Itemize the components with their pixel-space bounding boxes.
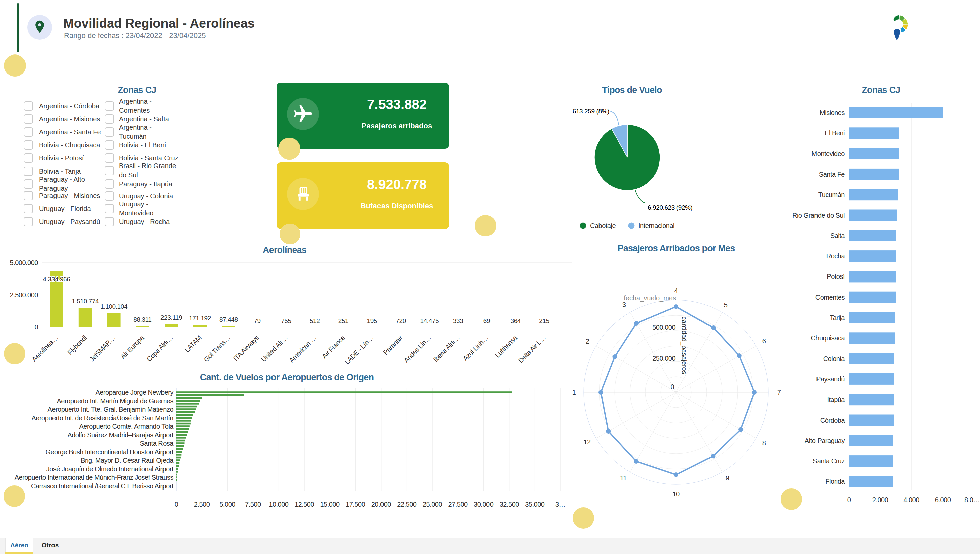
svg-text:Tarija: Tarija [830,314,845,321]
svg-text:14.475: 14.475 [420,317,439,324]
svg-text:3: 3 [622,301,626,308]
svg-text:32.500: 32.500 [500,500,519,508]
svg-text:8.0…: 8.0… [964,496,980,503]
svg-text:Flybondi: Flybondi [66,334,88,356]
svg-text:2: 2 [586,337,589,345]
svg-text:LATAM: LATAM [183,334,203,354]
svg-text:José Joaquín de Olmedo Interna: José Joaquín de Olmedo International Air… [46,465,173,473]
svg-text:15.000: 15.000 [320,500,340,508]
svg-text:Aeropuerto Int. de Resistencia: Aeropuerto Int. de Resistencia/José de S… [32,414,173,422]
svg-text:87.448: 87.448 [220,316,238,323]
svg-text:12.500: 12.500 [294,500,314,508]
svg-text:Carrasco International /Genera: Carrasco International /General C L Beri… [31,482,173,490]
svg-text:Brig. Mayor D. César Raul Ojed: Brig. Mayor D. César Raul Ojeda [81,457,173,464]
svg-text:Air France: Air France [321,334,347,360]
svg-text:Copa Airli…: Copa Airli… [145,334,174,363]
svg-text:Aeropuerto Int. Martín Miguel: Aeropuerto Int. Martín Miguel de Güemes [57,397,173,404]
svg-text:69: 69 [484,317,490,324]
svg-text:Azul Linh…: Azul Linh… [461,334,490,362]
svg-text:El Beni: El Beni [824,129,845,137]
svg-text:2.500.000: 2.500.000 [10,291,38,299]
svg-text:5.000: 5.000 [220,500,235,508]
svg-text:195: 195 [367,317,377,324]
svg-text:0: 0 [847,496,851,503]
svg-text:JetSMAR…: JetSMAR… [88,334,117,363]
svg-text:251: 251 [338,317,349,324]
svg-text:Salta: Salta [830,232,845,239]
svg-text:500.000: 500.000 [652,324,675,331]
svg-text:Córdoba: Córdoba [820,417,845,424]
svg-text:6.920.623 (92%): 6.920.623 (92%) [648,204,693,211]
svg-text:5: 5 [724,301,727,309]
svg-text:88.311: 88.311 [134,316,151,323]
svg-text:0: 0 [175,500,178,508]
svg-text:Rio Grande do Sul: Rio Grande do Sul [792,212,845,219]
svg-text:6.000: 6.000 [935,496,951,503]
svg-text:79: 79 [254,317,261,324]
svg-text:Cabotaje: Cabotaje [590,222,616,229]
svg-text:Itapúa: Itapúa [827,396,845,403]
svg-text:Lufthansa: Lufthansa [493,334,519,359]
svg-text:Iberia Airli…: Iberia Airli… [432,334,461,363]
svg-text:755: 755 [281,317,291,324]
svg-text:Air Europa: Air Europa [119,334,146,360]
svg-text:Gol Trans…: Gol Trans… [202,334,231,363]
svg-text:4.000: 4.000 [904,496,920,503]
svg-text:Andes Lín…: Andes Lín… [402,334,432,364]
svg-text:10: 10 [672,490,680,498]
svg-text:8: 8 [762,439,766,447]
svg-text:Aeropuerto Int. Tte. Gral. Ben: Aeropuerto Int. Tte. Gral. Benjamín Mati… [48,406,173,413]
svg-text:Internacional: Internacional [638,222,675,229]
svg-text:1: 1 [573,388,576,396]
svg-text:27.500: 27.500 [449,500,468,508]
svg-text:Santa Fe: Santa Fe [819,170,845,178]
svg-text:cantidad_pasajeros: cantidad_pasajeros [681,316,688,374]
svg-text:Tucumán: Tucumán [818,191,845,198]
svg-text:613.259 (8%): 613.259 (8%) [573,108,609,115]
svg-text:Paysandú: Paysandú [816,376,845,383]
svg-text:11: 11 [620,474,627,482]
svg-text:LADE - Lín…: LADE - Lín… [344,334,375,366]
svg-text:2.000: 2.000 [872,496,888,503]
svg-text:Aeropuerto Internacional de Mú: Aeropuerto Internacional de Múnich-Franz… [15,474,173,481]
svg-text:Colonia: Colonia [823,355,845,363]
svg-text:Montevideo: Montevideo [812,150,845,158]
svg-text:Aeropuerto Comte. Armando Tola: Aeropuerto Comte. Armando Tola [79,423,174,430]
svg-text:Alto Paraguay: Alto Paraguay [805,437,845,444]
svg-text:22.500: 22.500 [397,500,417,508]
svg-text:2.500: 2.500 [194,500,210,508]
svg-text:1.100.104: 1.100.104 [100,303,128,310]
svg-text:512: 512 [310,317,320,324]
svg-text:George Bush Intercontinental H: George Bush Intercontinental Houston Air… [46,448,173,456]
svg-text:Aeroparque Jorge Newbery: Aeroparque Jorge Newbery [95,388,173,396]
svg-text:4: 4 [675,287,678,294]
svg-text:223.119: 223.119 [161,314,182,321]
svg-text:0: 0 [670,383,674,390]
svg-text:Delta Air L…: Delta Air L… [517,334,547,365]
svg-text:American …: American … [288,334,318,364]
svg-text:United Air…: United Air… [260,334,289,363]
svg-text:1.510.774: 1.510.774 [72,298,99,304]
svg-text:Chuquisaca: Chuquisaca [811,334,845,342]
svg-text:720: 720 [396,317,406,324]
svg-text:9: 9 [725,474,729,482]
svg-text:7: 7 [777,388,781,396]
svg-text:5.000.000: 5.000.000 [10,259,38,266]
svg-text:Potosí: Potosí [827,273,845,280]
svg-text:364: 364 [511,317,521,324]
svg-text:12: 12 [584,438,591,446]
svg-text:6: 6 [762,337,766,345]
svg-text:Aerolínea…: Aerolínea… [30,334,59,363]
svg-text:Adolfo Suárez Madrid–Barajas A: Adolfo Suárez Madrid–Barajas Airport [67,431,173,439]
svg-text:Florida: Florida [825,478,845,485]
svg-text:35.000: 35.000 [525,500,545,508]
svg-text:Paranair: Paranair [382,334,404,357]
svg-text:171.192: 171.192 [189,315,211,322]
svg-text:250.000: 250.000 [652,355,675,362]
svg-text:Rocha: Rocha [826,252,845,260]
svg-text:Corrientes: Corrientes [816,293,845,301]
svg-text:25.000: 25.000 [423,500,442,508]
svg-text:Santa Rosa: Santa Rosa [140,439,173,447]
svg-text:ITA Airways: ITA Airways [232,334,261,363]
svg-text:fecha_vuelo_mes: fecha_vuelo_mes [624,294,676,302]
